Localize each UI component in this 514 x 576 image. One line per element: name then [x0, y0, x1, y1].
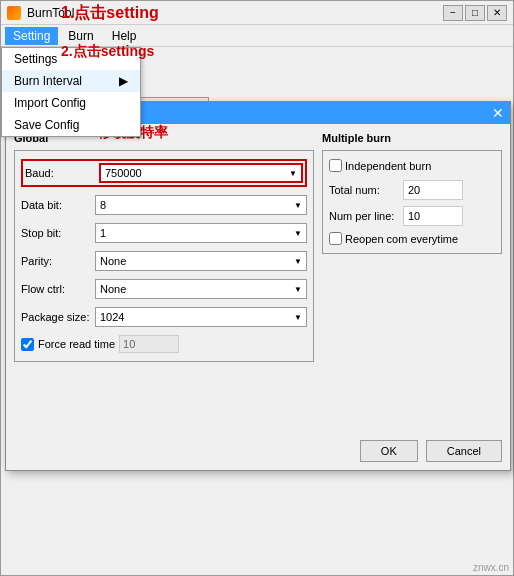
- flow-ctrl-combo-arrow: ▼: [294, 285, 302, 294]
- multiple-burn-group: Independent burn Total num: Num per line…: [322, 150, 502, 254]
- menu-item-burn[interactable]: Burn: [60, 27, 101, 45]
- right-panel: Multiple burn Independent burn Total num…: [322, 132, 502, 424]
- dialog-content: Global Baud: 750000 ▼ Data bit:: [6, 124, 510, 432]
- stop-bit-combo-arrow: ▼: [294, 229, 302, 238]
- data-bit-row: Data bit: 8 ▼: [21, 195, 307, 215]
- data-bit-label: Data bit:: [21, 199, 91, 211]
- stop-bit-row: Stop bit: 1 ▼: [21, 223, 307, 243]
- minimize-button[interactable]: −: [443, 5, 463, 21]
- menu-bar: Setting Burn Help Settings Burn Interval…: [1, 25, 513, 47]
- cancel-button[interactable]: Cancel: [426, 440, 502, 462]
- left-panel: Global Baud: 750000 ▼ Data bit:: [14, 132, 314, 424]
- force-read-row: Force read time: [21, 335, 307, 353]
- total-num-label: Total num:: [329, 184, 399, 196]
- num-per-line-input[interactable]: [403, 206, 463, 226]
- stop-bit-label: Stop bit:: [21, 227, 91, 239]
- flow-ctrl-combo[interactable]: None ▼: [95, 279, 307, 299]
- package-size-combo-arrow: ▼: [294, 313, 302, 322]
- maximize-button[interactable]: □: [465, 5, 485, 21]
- flow-ctrl-row: Flow ctrl: None ▼: [21, 279, 307, 299]
- parity-label: Parity:: [21, 255, 91, 267]
- stop-bit-combo[interactable]: 1 ▼: [95, 223, 307, 243]
- watermark: znwx.cn: [473, 562, 509, 573]
- parity-combo-arrow: ▼: [294, 257, 302, 266]
- chevron-right-icon: ▶: [119, 74, 128, 88]
- step1-label: 1.点击setting: [61, 3, 159, 24]
- reopen-com-checkbox[interactable]: [329, 232, 342, 245]
- baud-combo[interactable]: 750000 ▼: [99, 163, 303, 183]
- ok-button[interactable]: OK: [360, 440, 418, 462]
- independent-burn-checkbox-label[interactable]: Independent burn: [329, 159, 495, 172]
- data-bit-combo[interactable]: 8 ▼: [95, 195, 307, 215]
- num-per-line-row: Num per line:: [329, 206, 495, 226]
- parity-row: Parity: None ▼: [21, 251, 307, 271]
- dropdown-import-config[interactable]: Import Config: [2, 92, 140, 114]
- force-read-label: Force read time: [38, 338, 115, 350]
- force-read-input[interactable]: [119, 335, 179, 353]
- num-per-line-label: Num per line:: [329, 210, 399, 222]
- main-window: BurnTool − □ ✕ Setting Burn Help Setting…: [0, 0, 514, 576]
- dropdown-burn-interval[interactable]: Burn Interval ▶: [2, 70, 140, 92]
- package-size-label: Package size:: [21, 311, 91, 323]
- annotation-step2: 2.点击settings: [61, 43, 154, 61]
- package-size-row: Package size: 1024 ▼: [21, 307, 307, 327]
- app-icon: [7, 6, 21, 20]
- dropdown-save-config[interactable]: Save Config: [2, 114, 140, 136]
- data-bit-combo-arrow: ▼: [294, 201, 302, 210]
- flow-ctrl-label: Flow ctrl:: [21, 283, 91, 295]
- menu-item-help[interactable]: Help: [104, 27, 145, 45]
- window-controls: − □ ✕: [443, 5, 507, 21]
- reopen-com-checkbox-label[interactable]: Reopen com everytime: [329, 232, 495, 245]
- total-num-row: Total num:: [329, 180, 495, 200]
- close-button[interactable]: ✕: [487, 5, 507, 21]
- independent-burn-checkbox[interactable]: [329, 159, 342, 172]
- parity-combo[interactable]: None ▼: [95, 251, 307, 271]
- baud-field-row: Baud: 750000 ▼: [21, 159, 307, 187]
- setting-dialog: Setting ✕ 3.修改波特率 Global Baud: 750000 ▼: [5, 101, 511, 471]
- dialog-close-button[interactable]: ✕: [492, 105, 504, 121]
- force-read-checkbox[interactable]: [21, 338, 34, 351]
- total-num-input[interactable]: [403, 180, 463, 200]
- package-size-combo[interactable]: 1024 ▼: [95, 307, 307, 327]
- global-group: Baud: 750000 ▼ Data bit: 8 ▼: [14, 150, 314, 362]
- menu-item-setting[interactable]: Setting: [5, 27, 58, 45]
- baud-label: Baud:: [25, 167, 95, 179]
- dialog-buttons: OK Cancel: [360, 440, 502, 462]
- multiple-burn-title: Multiple burn: [322, 132, 502, 144]
- baud-combo-arrow: ▼: [289, 169, 297, 178]
